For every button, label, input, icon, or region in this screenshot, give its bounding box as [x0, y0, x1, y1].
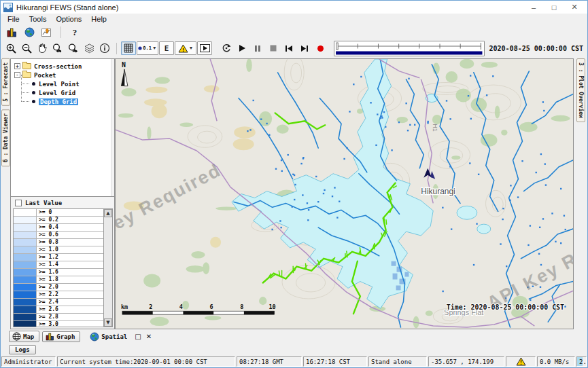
tab-plot-overview[interactable]: 3 : Plot Overview	[576, 58, 585, 122]
legend-row-label: >= 1.2	[37, 254, 103, 261]
animation-dialog-icon[interactable]	[197, 41, 212, 55]
tree-item-depth-grid[interactable]: Depth Grid	[11, 97, 114, 106]
record-icon[interactable]	[313, 41, 328, 55]
tree-item-label: Cross-section	[34, 63, 82, 70]
title-bar: Hikurangi FEWS (Stand alone) – □ ✕	[1, 1, 587, 14]
collapse-icon[interactable]: -	[14, 72, 20, 78]
tab-spatial[interactable]: Spatial □ ✕	[83, 331, 158, 342]
blue-globe-icon	[90, 332, 99, 342]
map-canvas: API Key Required API Key Required H1 Hik…	[116, 59, 573, 329]
legend-row-label: >= 0.8	[37, 239, 103, 246]
legend-row: >= 0.8	[14, 239, 103, 246]
status-user: Administrator	[1, 356, 56, 367]
classbreaks-dropdown[interactable]: 0.1▼	[137, 41, 158, 55]
tab-map[interactable]: Map	[9, 331, 39, 342]
status-coordinates: -35.657 , 174.199	[428, 356, 504, 367]
status-memory-usage: 2.5 GB	[576, 356, 587, 367]
legend-row: >= 0.2	[14, 217, 103, 224]
map-view[interactable]: API Key Required API Key Required H1 Hik…	[115, 58, 574, 329]
tree-item-label: Level Point	[39, 81, 80, 88]
folder-icon	[22, 63, 31, 69]
go-first-icon[interactable]	[281, 41, 296, 55]
legend-color-swatch	[14, 217, 37, 223]
chevron-down-icon: ▼	[152, 46, 157, 50]
pause-icon[interactable]	[250, 41, 265, 55]
info-icon[interactable]	[97, 41, 112, 55]
tab-data-viewer[interactable]: 6 : Data Viewer	[1, 109, 10, 166]
menu-item-help[interactable]: Help	[86, 14, 111, 24]
map-time-label: Time: 2020-08-25 00:00:00 CST	[447, 303, 564, 311]
maximize-button[interactable]: □	[544, 1, 564, 14]
expand-icon[interactable]: +	[14, 63, 20, 69]
legend-panel: Last Value >= 0>= 0.2>= 0.4>= 0.6>= 0.8>…	[10, 197, 115, 329]
svg-text:2: 2	[149, 303, 152, 310]
legend-color-swatch	[14, 321, 37, 327]
node-bullet-icon	[32, 82, 35, 86]
status-gmt-time: 08:27:18 GMT	[237, 356, 302, 367]
tab-forecast[interactable]: 5 : Forecast	[1, 58, 10, 106]
legend-color-swatch	[14, 314, 37, 320]
legend-row-label: >= 2.4	[37, 299, 103, 306]
stop-icon[interactable]	[266, 41, 281, 55]
zoom-in-icon[interactable]	[3, 41, 18, 55]
loop-playback-icon[interactable]	[219, 41, 234, 55]
legend-row: >= 3.0	[14, 321, 103, 327]
menu-item-options[interactable]: Options	[51, 14, 86, 24]
play-icon[interactable]	[235, 41, 249, 55]
last-value-label: Last Value	[25, 200, 62, 206]
menu-item-tools[interactable]: Tools	[24, 14, 52, 24]
go-last-icon[interactable]	[297, 41, 312, 55]
timeseries-dialog-icon[interactable]	[39, 26, 54, 39]
svg-text:km: km	[121, 303, 128, 310]
legend-row: >= 2.8	[14, 314, 103, 321]
legend-color-swatch	[14, 291, 37, 298]
panel-maximize-icon[interactable]: □	[133, 333, 142, 340]
database-explorer-icon[interactable]	[4, 26, 19, 39]
logs-row: Logs	[1, 344, 587, 356]
globe-map-icon[interactable]	[22, 26, 37, 39]
legend-row-label: >= 2.2	[37, 291, 103, 298]
scroll-down-icon[interactable]: ▼	[104, 318, 112, 327]
show-grid-icon[interactable]	[121, 41, 136, 55]
minimize-button[interactable]: –	[523, 1, 544, 14]
legend-row: >= 0	[14, 209, 103, 217]
legend-row-label: >= 2.8	[37, 314, 103, 320]
legend-color-swatch	[14, 232, 37, 238]
tree-panel: +Cross-section-PocketLevel PointLevel Gr…	[10, 58, 115, 197]
menu-item-file[interactable]: File	[3, 14, 24, 24]
legend-color-swatch	[14, 276, 37, 283]
app-window: Hikurangi FEWS (Stand alone) – □ ✕ FileT…	[0, 0, 588, 368]
labels-toggle-button[interactable]: E	[159, 41, 174, 55]
legend-row: >= 1.6	[14, 269, 103, 276]
wire-globe-icon	[12, 332, 21, 341]
svg-text:!: !	[519, 360, 523, 366]
window-title: Hikurangi FEWS (Stand alone)	[16, 3, 118, 12]
zoom-next-icon[interactable]	[66, 41, 81, 55]
tab-graph[interactable]: Graph	[42, 331, 80, 342]
legend-scrollbar[interactable]: ▲ ▼	[103, 209, 112, 327]
legend-color-swatch	[14, 284, 37, 291]
legend-row-label: >= 3.0	[37, 321, 103, 327]
legend-color-swatch	[14, 306, 37, 313]
node-bullet-icon	[32, 91, 35, 94]
layers-icon[interactable]	[82, 41, 97, 55]
status-network-speed: 0.0 MB/s	[537, 356, 575, 367]
help-icon[interactable]: ?	[67, 26, 82, 39]
timeline-slider[interactable]	[334, 41, 485, 56]
pan-hand-icon[interactable]	[35, 41, 50, 55]
road-shield-label: H1	[432, 124, 438, 131]
logs-button[interactable]: Logs	[9, 345, 36, 354]
zoom-out-icon[interactable]	[19, 41, 34, 55]
status-mode: Stand alone	[368, 356, 427, 367]
zoom-previous-icon[interactable]	[50, 41, 65, 55]
legend-row: >= 2.0	[14, 284, 103, 291]
scroll-up-icon[interactable]: ▲	[104, 209, 112, 217]
panel-close-icon[interactable]: ✕	[145, 333, 153, 340]
close-button[interactable]: ✕	[564, 1, 585, 14]
last-value-checkbox[interactable]	[15, 200, 22, 206]
legend-row-label: >= 2.6	[37, 306, 103, 313]
tree-item-cross-section[interactable]: +Cross-section	[11, 62, 114, 71]
node-bullet-icon	[32, 100, 35, 103]
timeline-handle[interactable]	[336, 43, 339, 50]
thresholds-dropdown[interactable]: !▼	[175, 41, 196, 55]
